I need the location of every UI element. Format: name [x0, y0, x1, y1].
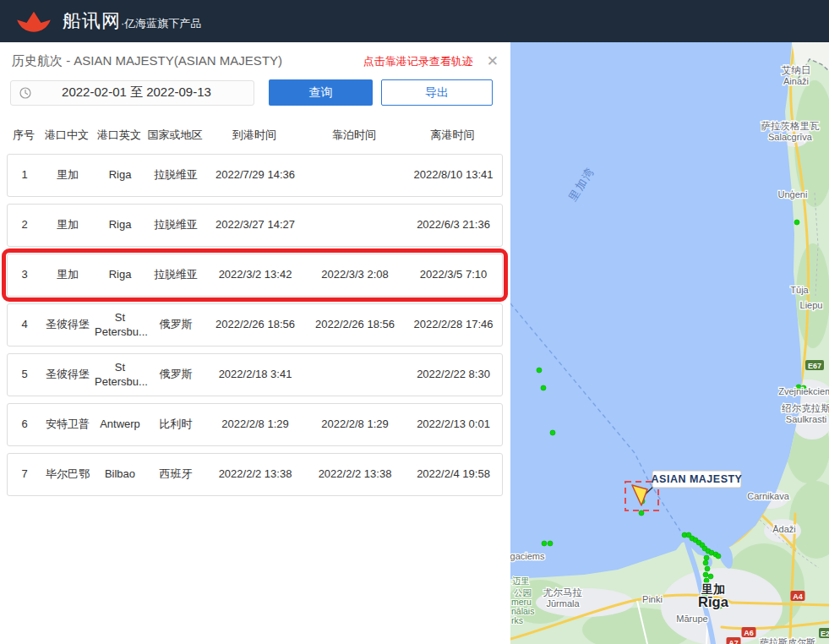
map-label: Pinki [642, 594, 663, 604]
voyage-row-7[interactable]: 7毕尔巴鄂Bilbao西班牙2022/2/2 13:382022/2/2 13:… [7, 453, 503, 496]
col-depart: 2022/3/5 7:10 [405, 266, 502, 283]
close-icon[interactable]: ✕ [487, 54, 499, 68]
col-arrive: 2022/2/8 1:29 [205, 416, 305, 433]
col-berth [305, 224, 405, 227]
col-berth [305, 374, 405, 377]
column-header-6: 离港时间 [404, 128, 501, 143]
map-label: 萨拉斯皮尔斯 [760, 637, 815, 644]
col-no: 4 [8, 316, 41, 333]
col-arrive: 2022/2/18 3:41 [205, 366, 305, 383]
map-label: 萨拉茨格里瓦Salacgrīva [761, 121, 821, 142]
col-port-cn: 毕尔巴鄂 [41, 466, 94, 483]
col-depart: 2022/2/13 0:01 [405, 416, 502, 433]
map-label: Mārupe [676, 614, 707, 624]
date-range-input[interactable]: 2022-02-01 至 2022-09-13 [10, 80, 254, 106]
column-header-1: 港口中文 [41, 128, 93, 143]
map-label: Carnikava [747, 491, 789, 501]
ais-position-dot [541, 385, 546, 390]
col-port-cn: 圣彼得堡 [41, 366, 94, 383]
ais-position-dot [708, 574, 713, 579]
road-badge-text: A7 [728, 639, 739, 644]
ais-position-dot [716, 554, 721, 559]
ais-position-dot [542, 541, 547, 546]
map-label: 艾纳日Ainaži [782, 65, 811, 86]
col-no: 3 [8, 266, 41, 283]
map-label: 里加Rīga [698, 582, 729, 609]
road-badge-text: A4 [793, 592, 803, 601]
ais-position-dot [794, 220, 799, 225]
col-port-en: Bilbao [94, 466, 146, 483]
col-port-en: St Petersbu... [94, 309, 146, 341]
query-button[interactable]: 查询 [269, 79, 373, 106]
col-port-en: Riga [94, 216, 146, 233]
voyage-row-2[interactable]: 2里加Riga拉脱维亚2022/3/27 14:272022/6/3 21:36 [7, 204, 503, 247]
col-arrive: 2022/7/29 14:36 [205, 166, 305, 183]
col-berth: 2022/2/8 1:29 [305, 416, 405, 433]
column-header-3: 国家或地区 [145, 128, 205, 143]
panel-title: 历史航次 - ASIAN MAJESTY(ASIAN MAJESTY) [12, 53, 363, 69]
road-badge-text: E22 [821, 630, 829, 638]
voyage-row-5[interactable]: 5圣彼得堡St Petersbu...俄罗斯2022/2/18 3:412022… [7, 353, 503, 396]
col-arrive: 2022/2/2 13:38 [205, 466, 305, 483]
road-badge-text: A6 [744, 629, 754, 637]
col-depart: 2022/2/28 17:46 [405, 316, 502, 333]
col-arrive: 2022/3/27 14:27 [205, 216, 305, 233]
export-button[interactable]: 导出 [381, 79, 493, 106]
col-arrive: 2022/3/2 13:42 [205, 266, 305, 283]
ais-position-dot [537, 368, 542, 373]
col-arrive: 2022/2/26 18:56 [205, 316, 305, 333]
col-berth [305, 174, 405, 177]
col-no: 7 [8, 466, 41, 483]
col-berth: 2022/2/2 13:38 [305, 466, 405, 483]
col-port-cn: 里加 [41, 166, 94, 183]
column-header-0: 序号 [7, 128, 41, 143]
col-no: 5 [8, 366, 41, 383]
brand-tagline: ·亿海蓝旗下产品 [121, 16, 201, 31]
column-header-4: 到港时间 [205, 128, 304, 143]
ais-position-dot [703, 560, 708, 565]
ais-position-dot [550, 430, 555, 435]
panel-header: 历史航次 - ASIAN MAJESTY(ASIAN MAJESTY) 点击靠港… [0, 42, 510, 69]
map[interactable]: 里加湾艾纳日Ainaži萨拉茨格里瓦SalacgrīvaUnģeniTūjaLi… [510, 42, 829, 644]
top-header-bar: 船讯网 ·亿海蓝旗下产品 [0, 0, 829, 42]
col-no: 6 [8, 416, 41, 433]
col-country: 俄罗斯 [146, 366, 205, 383]
col-port-en: Riga [94, 166, 146, 183]
map-label: Liepu [800, 300, 823, 310]
col-no: 1 [8, 166, 41, 183]
map-label: 尤尔马拉Jūrmala [543, 587, 582, 609]
col-depart: 2022/2/22 8:30 [405, 366, 502, 383]
date-range-value: 2022-02-01 至 2022-09-13 [31, 85, 254, 101]
col-country: 比利时 [146, 416, 205, 433]
voyage-row-3[interactable]: 3里加Riga拉脱维亚2022/3/2 13:422022/3/3 2:0820… [7, 254, 503, 297]
col-port-cn: 里加 [41, 216, 94, 233]
ais-position-dot [705, 566, 710, 571]
voyage-list: 1里加Riga拉脱维亚2022/7/29 14:362022/8/10 13:4… [7, 154, 503, 496]
col-port-cn: 里加 [41, 266, 94, 283]
col-depart: 2022/6/3 21:36 [405, 216, 502, 233]
col-port-en: Riga [94, 266, 146, 283]
col-country: 拉脱维亚 [146, 266, 205, 283]
ship-name-label: ASIAN MAJESTY [652, 473, 743, 485]
voyage-row-1[interactable]: 1里加Riga拉脱维亚2022/7/29 14:362022/8/10 13:4… [7, 154, 503, 197]
map-label: rks [511, 615, 523, 625]
col-country: 俄罗斯 [146, 316, 205, 333]
history-voyage-panel: 历史航次 - ASIAN MAJESTY(ASIAN MAJESTY) 点击靠港… [0, 42, 510, 644]
voyage-row-6[interactable]: 6安特卫普Antwerp比利时2022/2/8 1:292022/2/8 1:2… [7, 403, 503, 446]
app-window: 船讯网 ·亿海蓝旗下产品 历史航次 - ASIAN MAJESTY(ASIAN … [0, 0, 829, 644]
col-berth: 2022/2/26 18:56 [305, 316, 405, 333]
map-label: 绍尔克拉斯Saulkrasti [781, 403, 829, 424]
col-country: 拉脱维亚 [146, 166, 205, 183]
brand-name: 船讯网 [63, 8, 121, 34]
map-label: Ādaži [772, 524, 796, 534]
road-badge-text: E67 [808, 362, 821, 370]
voyage-row-4[interactable]: 4圣彼得堡St Petersbu...俄罗斯2022/2/26 18:56202… [7, 303, 503, 347]
col-no: 2 [8, 216, 41, 233]
map-label: Tūja [790, 285, 809, 295]
track-hint-text: 点击靠港记录查看轨迹 [363, 54, 473, 69]
ais-position-dot [704, 555, 709, 560]
col-country: 拉脱维亚 [146, 216, 205, 233]
column-header-5: 靠泊时间 [304, 128, 404, 143]
column-header-2: 港口英文 [93, 128, 145, 143]
map-label: 迈里 [512, 576, 530, 586]
